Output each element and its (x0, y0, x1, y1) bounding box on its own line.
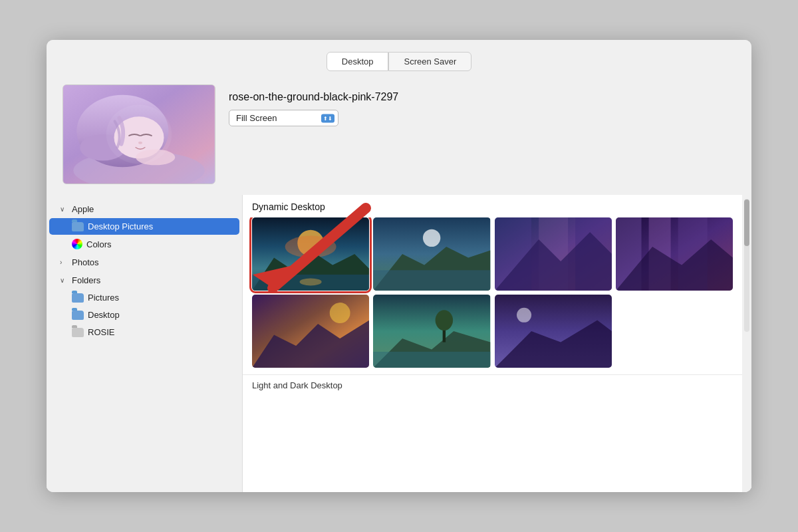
chevron-icon-folders: ∨ (60, 277, 68, 284)
sidebar-section-photos-label: Photos (72, 257, 98, 267)
sidebar-item-rosie[interactable]: ROSIE (49, 324, 239, 340)
tab-bar: Desktop Screen Saver (47, 40, 751, 71)
folder-icon (72, 222, 84, 231)
chevron-icon: ∨ (60, 205, 68, 213)
sidebar-item-apple[interactable]: ∨ Apple (49, 201, 239, 217)
sidebar-section-apple-label: Apple (72, 204, 94, 214)
wallpaper-thumb-6[interactable] (373, 295, 490, 368)
right-panel: Dynamic Desktop (243, 195, 751, 492)
sidebar-item-desktop-folder[interactable]: Desktop (49, 307, 239, 323)
svg-point-16 (300, 278, 322, 285)
svg-rect-38 (373, 352, 490, 368)
sidebar-item-rosie-label: ROSIE (88, 327, 114, 337)
sidebar-item-pictures-label: Pictures (88, 293, 119, 303)
svg-point-7 (106, 105, 172, 164)
top-section: rose-on-the-ground-black-pink-7297 Fill … (47, 71, 751, 195)
tab-screensaver[interactable]: Screen Saver (388, 52, 471, 71)
sidebar-section-apple: ∨ Apple Desktop Pictures Colors (47, 201, 242, 253)
svg-point-20 (423, 229, 440, 247)
wallpaper-thumb-5[interactable] (252, 295, 369, 368)
wallpaper-thumb-2[interactable] (373, 217, 490, 291)
section-label-light-dark: Light and Dark Desktop (243, 374, 742, 394)
wallpaper-name: rose-on-the-ground-black-pink-7297 (229, 91, 398, 103)
scrollbar-track (744, 199, 749, 332)
display-mode-select[interactable]: Fill Screen Fit to Screen Stretch to Fil… (229, 110, 338, 126)
wallpaper-thumb-1[interactable] (252, 217, 369, 291)
wallpaper-preview (63, 84, 215, 184)
scrollbar-thumb[interactable] (744, 200, 749, 246)
folder-icon-desktop (72, 311, 84, 320)
wallpaper-thumb-3[interactable] (495, 217, 612, 291)
sidebar-item-desktop-pictures-label: Desktop Pictures (88, 221, 153, 231)
wallpaper-thumb-4[interactable] (616, 217, 733, 291)
svg-point-41 (517, 308, 531, 323)
folder-icon-rosie (72, 328, 84, 337)
sidebar-item-desktop-folder-label: Desktop (88, 310, 120, 320)
scrollbar[interactable] (742, 195, 751, 492)
tab-desktop[interactable]: Desktop (327, 52, 389, 71)
wallpaper-info: rose-on-the-ground-black-pink-7297 Fill … (229, 84, 398, 126)
sidebar: ∨ Apple Desktop Pictures Colors › (47, 195, 243, 492)
sidebar-item-folders[interactable]: ∨ Folders (49, 272, 239, 289)
display-mode-select-wrapper: Fill Screen Fit to Screen Stretch to Fil… (229, 110, 338, 126)
main-content: ∨ Apple Desktop Pictures Colors › (47, 195, 751, 492)
svg-point-37 (436, 310, 453, 331)
sidebar-section-photos: › Photos (47, 254, 242, 271)
right-content: Dynamic Desktop (243, 195, 742, 492)
preferences-window: Desktop Screen Saver (47, 40, 751, 492)
svg-rect-19 (373, 270, 490, 291)
right-scroll-container: Dynamic Desktop (243, 195, 751, 492)
display-mode-row: Fill Screen Fit to Screen Stretch to Fil… (229, 110, 398, 126)
color-wheel-icon (72, 239, 82, 249)
sidebar-item-colors-label: Colors (86, 239, 112, 249)
folder-icon-pictures (72, 293, 84, 303)
svg-point-33 (330, 303, 350, 323)
sidebar-item-pictures[interactable]: Pictures (49, 289, 239, 306)
wallpaper-grid (243, 217, 742, 374)
sidebar-section-folders: ∨ Folders Pictures Desktop ROSIE (47, 272, 242, 340)
sidebar-item-desktop-pictures[interactable]: Desktop Pictures (49, 218, 239, 235)
sidebar-section-folders-label: Folders (72, 275, 100, 285)
sidebar-item-photos[interactable]: › Photos (49, 254, 239, 271)
sidebar-item-colors[interactable]: Colors (49, 235, 239, 253)
wallpaper-thumb-7[interactable] (495, 295, 612, 368)
chevron-icon-photos: › (60, 259, 68, 266)
section-label-dynamic: Dynamic Desktop (243, 195, 742, 217)
